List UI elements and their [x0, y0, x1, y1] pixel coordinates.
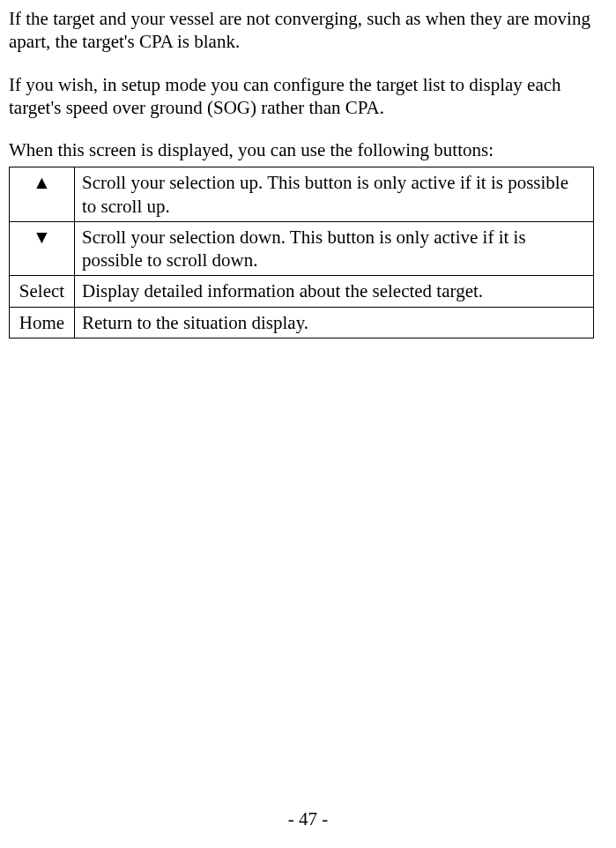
button-key-up: ▲	[10, 167, 75, 222]
button-key-home: Home	[10, 307, 75, 338]
button-desc-home: Return to the situation display.	[75, 307, 594, 338]
table-row: ▼ Scroll your selection down. This butto…	[10, 221, 594, 276]
paragraph-buttons-intro: When this screen is displayed, you can u…	[9, 138, 607, 161]
button-desc-down: Scroll your selection down. This button …	[75, 221, 594, 276]
table-row: Select Display detailed information abou…	[10, 276, 594, 307]
table-row: Home Return to the situation display.	[10, 307, 594, 338]
paragraph-setup-sog: If you wish, in setup mode you can confi…	[9, 73, 607, 120]
page-number: - 47 -	[0, 807, 616, 830]
button-key-down: ▼	[10, 221, 75, 276]
table-row: ▲ Scroll your selection up. This button …	[10, 167, 594, 222]
button-desc-up: Scroll your selection up. This button is…	[75, 167, 594, 222]
paragraph-cpa-blank: If the target and your vessel are not co…	[9, 7, 607, 54]
button-reference-table: ▲ Scroll your selection up. This button …	[9, 167, 594, 338]
button-key-select: Select	[10, 276, 75, 307]
button-desc-select: Display detailed information about the s…	[75, 276, 594, 307]
